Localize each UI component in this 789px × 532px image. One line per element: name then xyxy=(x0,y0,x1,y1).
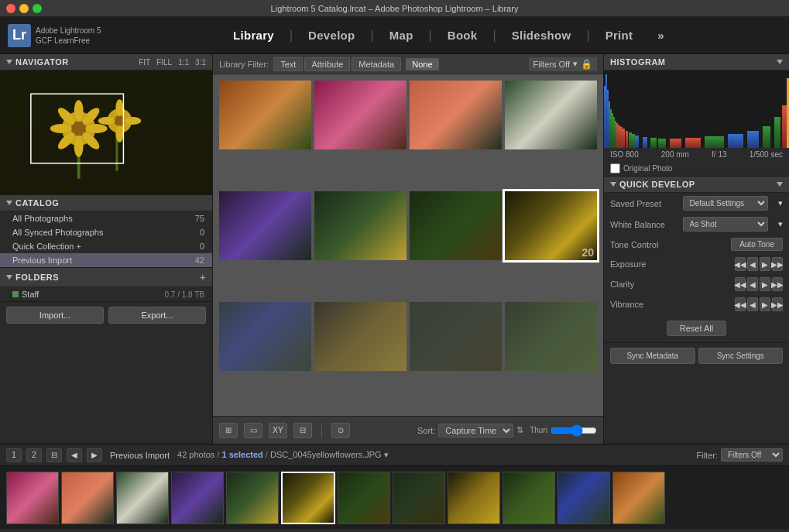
filmstrip-photo-3[interactable] xyxy=(116,472,169,524)
svg-rect-25 xyxy=(610,109,612,148)
sort-area: Sort: Capture Time ⇅ xyxy=(417,424,523,438)
filmstrip-view-1[interactable]: 1 xyxy=(6,448,22,462)
filmstrip-prev[interactable]: ◀ xyxy=(67,448,82,462)
vibrance-inc-large[interactable]: ▶▶ xyxy=(772,297,783,311)
filmstrip-photo-8[interactable] xyxy=(393,472,445,524)
photo-cell-12[interactable] xyxy=(505,302,597,371)
zoom-1-1[interactable]: 1:1 xyxy=(178,58,189,67)
nav-book[interactable]: Book xyxy=(438,26,487,45)
filter-off-dropdown[interactable]: Filters Off ▾ 🔒 xyxy=(529,57,597,71)
catalog-header[interactable]: Catalog xyxy=(0,195,212,211)
quick-develop-header[interactable]: Quick Develop xyxy=(604,177,789,193)
folder-staff-name: Staff xyxy=(22,290,39,299)
exposure-dec-large[interactable]: ◀◀ xyxy=(735,257,746,271)
thumbnail-size-slider[interactable] xyxy=(551,424,597,437)
photo-cell-8[interactable]: 20 xyxy=(505,191,597,260)
photo-cell-2[interactable] xyxy=(314,81,407,149)
loupe-view-button[interactable]: ▭ xyxy=(244,423,262,438)
photo-cell-10[interactable] xyxy=(314,302,407,371)
filter-text-button[interactable]: Text xyxy=(273,57,303,71)
photo-cell-7[interactable] xyxy=(410,191,502,260)
vibrance-dec[interactable]: ◀ xyxy=(747,297,758,311)
vibrance-inc[interactable]: ▶ xyxy=(760,297,770,311)
filter-none-button[interactable]: None xyxy=(406,58,438,70)
white-balance-dropdown[interactable]: As Shot xyxy=(683,217,768,232)
exposure-inc-large[interactable]: ▶▶ xyxy=(772,257,783,271)
zoom-3-1[interactable]: 3:1 xyxy=(195,58,206,67)
reset-all-button[interactable]: Reset All xyxy=(667,321,726,336)
clarity-inc-large[interactable]: ▶▶ xyxy=(772,277,783,291)
filmstrip-photo-12[interactable] xyxy=(612,472,665,524)
filmstrip-photo-10[interactable] xyxy=(503,472,555,524)
exposure-inc[interactable]: ▶ xyxy=(760,257,770,271)
compare-view-button[interactable]: XY xyxy=(269,423,287,438)
spray-button[interactable]: ⊙ xyxy=(331,423,350,438)
filmstrip-grid-view[interactable]: ⊟ xyxy=(46,448,62,462)
photo-cell-5[interactable] xyxy=(219,191,311,260)
auto-tone-button[interactable]: Auto Tone xyxy=(731,238,783,251)
vibrance-dec-large[interactable]: ◀◀ xyxy=(735,297,746,311)
filmstrip-photo-2[interactable] xyxy=(61,472,114,524)
catalog-item-quick-collection[interactable]: Quick Collection + 0 xyxy=(0,239,212,253)
filmstrip-filter-dropdown[interactable]: Filters Off xyxy=(721,448,783,462)
window-title: Lightroom 5 Catalog.lrcat – Adobe Photos… xyxy=(271,4,519,13)
clarity-row: Clarity ◀◀ ◀ ▶ ▶▶ xyxy=(604,274,789,294)
filmstrip-photo-11[interactable] xyxy=(557,472,610,524)
filmstrip-thumb-6 xyxy=(283,473,334,523)
filmstrip-photo-7[interactable] xyxy=(338,472,390,524)
zoom-fill[interactable]: FILL xyxy=(156,58,172,67)
survey-view-button[interactable]: ⊟ xyxy=(293,423,312,438)
svg-rect-48 xyxy=(782,105,787,148)
filmstrip-photo-9[interactable] xyxy=(448,472,500,524)
catalog-item-all-photographs[interactable]: All Photographs 75 xyxy=(0,211,212,225)
clarity-inc[interactable]: ▶ xyxy=(760,277,770,291)
photo-cell-9[interactable] xyxy=(219,302,311,371)
filmstrip-photo-1[interactable] xyxy=(6,472,59,524)
nav-map[interactable]: Map xyxy=(380,26,423,45)
filmstrip-view-2[interactable]: 2 xyxy=(26,448,42,462)
clarity-controls: ◀◀ ◀ ▶ ▶▶ xyxy=(735,277,783,291)
export-button[interactable]: Export... xyxy=(108,307,206,324)
navigator-preview xyxy=(0,70,212,194)
catalog-item-synced[interactable]: All Synced Photographs 0 xyxy=(0,225,212,239)
folder-staff[interactable]: Staff 0.7 / 1.8 TB xyxy=(0,287,212,301)
filmstrip-photo-6[interactable] xyxy=(281,472,335,524)
catalog-collapse-icon xyxy=(6,201,12,205)
nav-slideshow[interactable]: Slideshow xyxy=(503,26,581,45)
photo-cell-4[interactable] xyxy=(505,81,597,149)
clarity-dec[interactable]: ◀ xyxy=(747,277,758,291)
sync-row: Sync Metadata Sync Settings xyxy=(604,342,789,369)
photo-cell-3[interactable] xyxy=(410,81,502,149)
nav-print[interactable]: Print xyxy=(596,26,643,45)
navigator-header[interactable]: Navigator FIT FILL 1:1 3:1 xyxy=(0,54,212,70)
nav-library[interactable]: Library xyxy=(224,26,283,45)
sync-metadata-button[interactable]: Sync Metadata xyxy=(610,348,695,364)
import-button[interactable]: Import... xyxy=(6,307,104,324)
filmstrip-photo-4[interactable] xyxy=(171,472,224,524)
photo-cell-1[interactable] xyxy=(219,81,311,149)
histogram-header[interactable]: Histogram xyxy=(604,54,789,70)
exposure-dec[interactable]: ◀ xyxy=(747,257,758,271)
close-button[interactable] xyxy=(6,4,15,13)
filmstrip-next[interactable]: ▶ xyxy=(87,448,102,462)
saved-preset-dropdown[interactable]: Default Settings xyxy=(683,196,768,211)
original-photo-checkbox[interactable] xyxy=(610,163,620,173)
sort-direction-icon[interactable]: ⇅ xyxy=(516,425,523,435)
photo-cell-11[interactable] xyxy=(410,302,502,371)
folders-add-button[interactable]: + xyxy=(200,271,206,283)
filter-attribute-button[interactable]: Attribute xyxy=(304,57,350,71)
sync-settings-button[interactable]: Sync Settings xyxy=(698,348,784,364)
fullscreen-button[interactable] xyxy=(33,4,42,13)
zoom-fit[interactable]: FIT xyxy=(139,58,150,67)
photo-cell-6[interactable] xyxy=(314,191,407,260)
sort-dropdown[interactable]: Capture Time xyxy=(438,424,513,438)
filmstrip-photo-5[interactable] xyxy=(226,472,279,524)
folders-header[interactable]: Folders + xyxy=(0,268,212,287)
nav-more[interactable]: » xyxy=(648,26,674,45)
filter-metadata-button[interactable]: Metadata xyxy=(352,57,401,71)
catalog-item-previous-import[interactable]: Previous Import 42 xyxy=(0,253,212,267)
nav-develop[interactable]: Develop xyxy=(299,26,364,45)
clarity-dec-large[interactable]: ◀◀ xyxy=(735,277,746,291)
minimize-button[interactable] xyxy=(19,4,29,13)
grid-view-button[interactable]: ⊞ xyxy=(219,423,238,438)
